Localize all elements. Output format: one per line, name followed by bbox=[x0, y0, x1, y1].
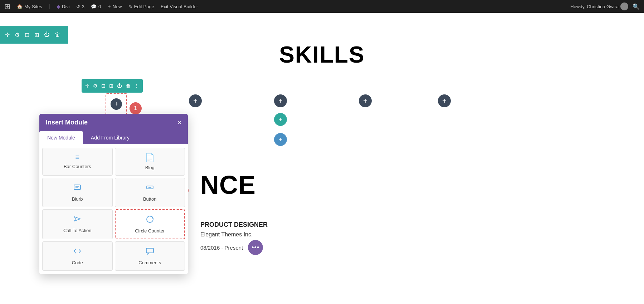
module-call-to-action[interactable]: Call To Action bbox=[42, 209, 113, 239]
skills-heading: SKILLS bbox=[0, 13, 644, 68]
step-badge-1: 1 bbox=[130, 102, 142, 114]
company-name: Elegant Themes Inc. bbox=[200, 231, 268, 238]
button-icon bbox=[146, 183, 154, 194]
exit-visual-builder-link[interactable]: Exit Visual Builder bbox=[161, 4, 198, 9]
column-divider-3 bbox=[401, 84, 401, 156]
module-circle-counter[interactable]: Circle Counter bbox=[115, 209, 185, 239]
column-divider-2 bbox=[318, 84, 318, 156]
mod-grid-icon[interactable]: ⊞ bbox=[109, 83, 113, 89]
svg-rect-0 bbox=[74, 185, 80, 190]
admin-bar-right: Howdy, Christina Gwira 🔍 bbox=[570, 3, 640, 10]
blog-icon: 📄 bbox=[145, 153, 155, 162]
mod-more-icon[interactable]: ⋮ bbox=[134, 83, 139, 89]
more-options-button[interactable]: ••• bbox=[248, 240, 263, 255]
call-to-action-icon bbox=[73, 215, 82, 225]
panel-header: Insert Module × bbox=[39, 114, 188, 131]
panel-body: ≡ Bar Counters 📄 Blog Blurb Button bbox=[39, 144, 188, 274]
module-comments[interactable]: Comments bbox=[115, 241, 185, 271]
row-more-icon[interactable]: ⋮ bbox=[65, 31, 71, 38]
module-toolbar: ✛ ⚙ ⊡ ⊞ ⏻ 🗑 ⋮ bbox=[82, 79, 143, 93]
module-blurb[interactable]: Blurb bbox=[42, 178, 113, 207]
column-add-button-2[interactable]: + bbox=[274, 94, 287, 107]
home-icon: 🏠 bbox=[17, 4, 23, 9]
mod-settings-icon[interactable]: ⚙ bbox=[93, 83, 98, 89]
column-divider-4 bbox=[481, 84, 481, 156]
my-sites-link[interactable]: 🏠 My Sites bbox=[17, 4, 42, 9]
mod-clone-icon[interactable]: ⊡ bbox=[101, 83, 106, 89]
wordpress-icon[interactable]: ⊞ bbox=[4, 2, 10, 11]
column-add-button-3[interactable]: + bbox=[359, 94, 372, 107]
search-icon[interactable]: 🔍 bbox=[633, 3, 640, 10]
dashed-placeholder: + bbox=[106, 93, 127, 115]
row-clone-icon[interactable]: ⊡ bbox=[25, 31, 29, 38]
circle-counter-icon bbox=[146, 215, 154, 226]
insert-module-panel: Insert Module × New Module Add From Libr… bbox=[39, 114, 188, 274]
column-add-button-green[interactable]: + bbox=[274, 113, 287, 126]
column-divider-1 bbox=[232, 84, 232, 156]
comments-icon: 💬 bbox=[91, 4, 97, 9]
experience-title: NCE bbox=[200, 170, 268, 200]
comments-module-icon bbox=[146, 247, 154, 258]
plus-icon: + bbox=[107, 3, 111, 10]
svg-rect-7 bbox=[146, 248, 153, 253]
code-icon bbox=[73, 247, 82, 258]
module-blog[interactable]: 📄 Blog bbox=[115, 148, 185, 176]
new-link[interactable]: + New bbox=[107, 3, 122, 10]
job-title: PRODUCT DESIGNER bbox=[200, 221, 268, 229]
mod-delete-icon[interactable]: 🗑 bbox=[126, 83, 131, 89]
edit-icon: ✎ bbox=[128, 4, 132, 9]
revisions-link[interactable]: ↺ 3 bbox=[76, 4, 84, 9]
panel-close-button[interactable]: × bbox=[177, 119, 181, 126]
date-range: 08/2016 - Present ••• bbox=[200, 240, 268, 255]
module-button[interactable]: Button bbox=[115, 178, 185, 207]
row-grid-icon[interactable]: ⊞ bbox=[34, 31, 39, 38]
row-toolbar: ✛ ⚙ ⊡ ⊞ ⏻ 🗑 ⋮ bbox=[0, 26, 68, 44]
tab-new-module[interactable]: New Module bbox=[39, 131, 83, 144]
row-delete-icon[interactable]: 🗑 bbox=[55, 31, 60, 38]
column-add-button-1[interactable]: + bbox=[189, 94, 202, 107]
bar-counters-icon: ≡ bbox=[75, 153, 79, 161]
column-add-button-4[interactable]: + bbox=[438, 94, 451, 107]
row-move-icon[interactable]: ✛ bbox=[5, 31, 10, 38]
revisions-icon: ↺ bbox=[76, 4, 80, 9]
panel-title: Insert Module bbox=[46, 119, 88, 126]
module-code[interactable]: Code bbox=[42, 241, 113, 271]
svg-marker-5 bbox=[74, 217, 80, 221]
tab-add-from-library[interactable]: Add From Library bbox=[83, 131, 137, 144]
panel-tabs: New Module Add From Library bbox=[39, 131, 188, 144]
add-module-button[interactable]: + bbox=[111, 98, 122, 110]
admin-bar: ⊞ 🏠 My Sites | ◆ Divi ↺ 3 💬 0 + New ✎ Ed… bbox=[0, 0, 644, 13]
blurb-icon bbox=[73, 183, 82, 194]
module-bar-counters[interactable]: ≡ Bar Counters bbox=[42, 148, 113, 176]
divi-link[interactable]: ◆ Divi bbox=[57, 4, 70, 9]
comments-link[interactable]: 💬 0 bbox=[91, 4, 101, 9]
user-greeting: Howdy, Christina Gwira bbox=[570, 3, 628, 10]
edit-page-link[interactable]: ✎ Edit Page bbox=[128, 4, 154, 9]
row-settings-icon[interactable]: ⚙ bbox=[15, 31, 20, 38]
column-add-button-blue[interactable]: + bbox=[274, 133, 287, 146]
experience-section: NCE PRODUCT DESIGNER Elegant Themes Inc.… bbox=[200, 170, 268, 255]
mod-move-icon[interactable]: ✛ bbox=[85, 83, 89, 89]
row-power-icon[interactable]: ⏻ bbox=[44, 31, 50, 38]
mod-power-icon[interactable]: ⏻ bbox=[117, 83, 122, 89]
divi-icon: ◆ bbox=[57, 4, 60, 9]
main-content: ✛ ⚙ ⊡ ⊞ ⏻ 🗑 ⋮ SKILLS ✛ ⚙ ⊡ ⊞ ⏻ 🗑 ⋮ + 1 2… bbox=[0, 13, 644, 304]
